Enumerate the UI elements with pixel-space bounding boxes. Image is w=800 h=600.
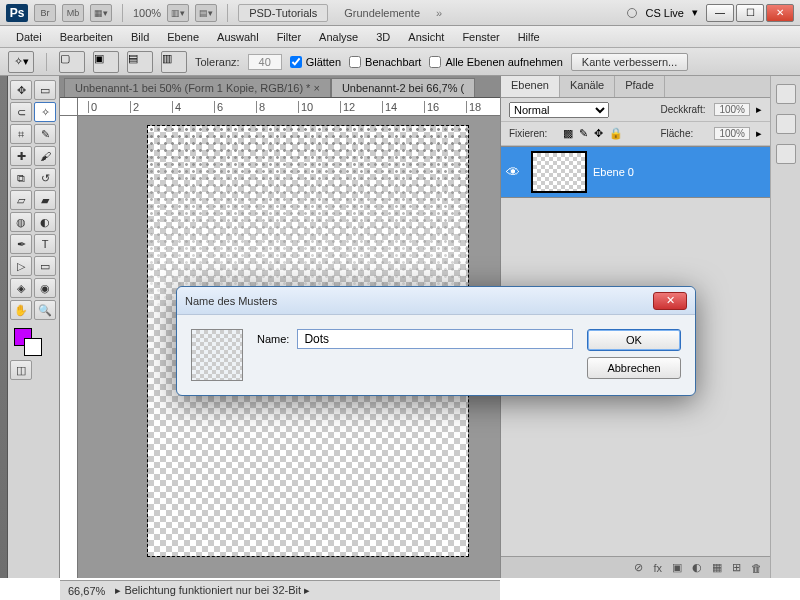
bridge-button[interactable]: Br xyxy=(34,4,56,22)
minibridge-button[interactable]: Mb xyxy=(62,4,84,22)
panel-tab-layers[interactable]: Ebenen xyxy=(501,76,560,97)
lasso-tool[interactable]: ⊂ xyxy=(10,102,32,122)
menu-file[interactable]: Datei xyxy=(8,29,50,45)
lock-all-icon[interactable]: 🔒 xyxy=(609,127,623,140)
menu-image[interactable]: Bild xyxy=(123,29,157,45)
selection-mode-new[interactable]: ▢ xyxy=(59,51,85,73)
selection-mode-intersect[interactable]: ▥ xyxy=(161,51,187,73)
ruler-origin[interactable] xyxy=(60,98,78,116)
layer-row[interactable]: 👁 Ebene 0 xyxy=(501,146,770,198)
pattern-name-input[interactable] xyxy=(297,329,573,349)
antialias-checkbox[interactable]: Glätten xyxy=(290,56,341,68)
window-minimize[interactable]: — xyxy=(706,4,734,22)
blur-tool[interactable]: ◍ xyxy=(10,212,32,232)
panel-icon-layers[interactable] xyxy=(776,84,796,104)
extras-button[interactable]: ▤▾ xyxy=(195,4,217,22)
zoom-level[interactable]: 100% xyxy=(133,7,161,19)
fill-value[interactable]: 100% xyxy=(714,127,750,140)
new-layer-icon[interactable]: ⊞ xyxy=(732,561,741,574)
menu-layer[interactable]: Ebene xyxy=(159,29,207,45)
workspace-tab-active[interactable]: PSD-Tutorials xyxy=(238,4,328,22)
group-icon[interactable]: ▦ xyxy=(712,561,722,574)
opacity-label: Deckkraft: xyxy=(660,104,708,115)
pattern-thumbnail xyxy=(191,329,243,381)
panel-tab-paths[interactable]: Pfade xyxy=(615,76,665,97)
panel-tab-channels[interactable]: Kanäle xyxy=(560,76,615,97)
trash-icon[interactable]: 🗑 xyxy=(751,562,762,574)
selection-mode-sub[interactable]: ▤ xyxy=(127,51,153,73)
menu-edit[interactable]: Bearbeiten xyxy=(52,29,121,45)
link-icon[interactable]: ⊘ xyxy=(634,561,643,574)
menu-help[interactable]: Hilfe xyxy=(510,29,548,45)
tolerance-input[interactable] xyxy=(248,54,282,70)
cslive-label[interactable]: CS Live xyxy=(645,7,684,19)
workspace-tab[interactable]: Grundelemente xyxy=(334,5,430,21)
background-color[interactable] xyxy=(24,338,42,356)
heal-tool[interactable]: ✚ xyxy=(10,146,32,166)
arrange-button[interactable]: ▦▾ xyxy=(90,4,112,22)
crop-tool[interactable]: ⌗ xyxy=(10,124,32,144)
quickmask-toggle[interactable]: ◫ xyxy=(10,360,32,380)
eraser-tool[interactable]: ▱ xyxy=(10,190,32,210)
magic-wand-tool[interactable]: ✧ xyxy=(34,102,56,122)
stamp-tool[interactable]: ⧉ xyxy=(10,168,32,188)
all-layers-checkbox[interactable]: Alle Ebenen aufnehmen xyxy=(429,56,562,68)
doc-tab-1[interactable]: Unbenannt-1 bei 50% (Form 1 Kopie, RGB/1… xyxy=(64,78,331,97)
menu-view[interactable]: Ansicht xyxy=(400,29,452,45)
ok-button[interactable]: OK xyxy=(587,329,681,351)
3d-tool[interactable]: ◈ xyxy=(10,278,32,298)
dialog-close-button[interactable]: ✕ xyxy=(653,292,687,310)
menu-select[interactable]: Auswahl xyxy=(209,29,267,45)
menu-window[interactable]: Fenster xyxy=(454,29,507,45)
blend-mode-select[interactable]: Normal xyxy=(509,102,609,118)
hand-tool[interactable]: ✋ xyxy=(10,300,32,320)
mask-icon[interactable]: ▣ xyxy=(672,561,682,574)
status-zoom[interactable]: 66,67% xyxy=(68,585,105,597)
dialog-titlebar[interactable]: Name des Musters ✕ xyxy=(177,287,695,315)
cancel-button[interactable]: Abbrechen xyxy=(587,357,681,379)
menu-filter[interactable]: Filter xyxy=(269,29,309,45)
zoom-tool[interactable]: 🔍 xyxy=(34,300,56,320)
workspace-more[interactable]: » xyxy=(436,7,442,19)
3d-camera-tool[interactable]: ◉ xyxy=(34,278,56,298)
ruler-vertical[interactable] xyxy=(60,116,78,578)
doc-tab-2[interactable]: Unbenannt-2 bei 66,7% ( xyxy=(331,78,475,97)
current-tool-icon[interactable]: ✧▾ xyxy=(8,51,34,73)
marquee-tool[interactable]: ▭ xyxy=(34,80,56,100)
layer-thumbnail[interactable] xyxy=(531,151,587,193)
shape-tool[interactable]: ▭ xyxy=(34,256,56,276)
gradient-tool[interactable]: ▰ xyxy=(34,190,56,210)
adjustment-icon[interactable]: ◐ xyxy=(692,561,702,574)
close-icon[interactable]: × xyxy=(313,82,319,94)
menu-3d[interactable]: 3D xyxy=(368,29,398,45)
menu-analysis[interactable]: Analyse xyxy=(311,29,366,45)
pen-tool[interactable]: ✒ xyxy=(10,234,32,254)
status-bar: 66,67% ▸ Belichtung funktioniert nur bei… xyxy=(60,580,500,600)
panel-icon-styles[interactable] xyxy=(776,144,796,164)
fx-icon[interactable]: fx xyxy=(653,562,662,574)
refine-edge-button[interactable]: Kante verbessern... xyxy=(571,53,688,71)
opacity-value[interactable]: 100% xyxy=(714,103,750,116)
type-tool[interactable]: T xyxy=(34,234,56,254)
brush-tool[interactable]: 🖌 xyxy=(34,146,56,166)
visibility-icon[interactable]: 👁 xyxy=(501,164,525,180)
dodge-tool[interactable]: ◐ xyxy=(34,212,56,232)
lock-position-icon[interactable]: ✥ xyxy=(594,127,603,140)
ruler-horizontal[interactable]: 02 46 810 1214 1618 xyxy=(78,98,500,116)
screenmode-button[interactable]: ▥▾ xyxy=(167,4,189,22)
lock-pixels-icon[interactable]: ✎ xyxy=(579,127,588,140)
color-swatches[interactable] xyxy=(10,328,57,358)
window-close[interactable]: ✕ xyxy=(766,4,794,22)
panel-icon-adjustments[interactable] xyxy=(776,114,796,134)
layer-name[interactable]: Ebene 0 xyxy=(593,166,634,178)
window-maximize[interactable]: ☐ xyxy=(736,4,764,22)
eyedropper-tool[interactable]: ✎ xyxy=(34,124,56,144)
status-info[interactable]: ▸ Belichtung funktioniert nur bei 32-Bit… xyxy=(115,584,310,597)
contiguous-checkbox[interactable]: Benachbart xyxy=(349,56,421,68)
move-tool[interactable]: ✥ xyxy=(10,80,32,100)
path-select-tool[interactable]: ▷ xyxy=(10,256,32,276)
selection-mode-add[interactable]: ▣ xyxy=(93,51,119,73)
lock-transparency-icon[interactable]: ▩ xyxy=(563,127,573,140)
toolbox: ✥▭ ⊂✧ ⌗✎ ✚🖌 ⧉↺ ▱▰ ◍◐ ✒T ▷▭ ◈◉ ✋🔍 ◫ xyxy=(8,76,60,578)
history-brush-tool[interactable]: ↺ xyxy=(34,168,56,188)
